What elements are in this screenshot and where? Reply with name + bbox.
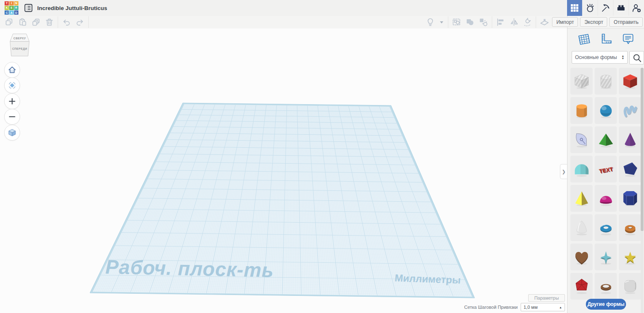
perspective-icon [8, 128, 17, 137]
roof-icon [596, 130, 616, 149]
home-view-button[interactable] [4, 62, 20, 78]
shape-box[interactable] [619, 68, 641, 95]
shape-dice[interactable] [619, 273, 641, 300]
tinkercad-logo[interactable]: TINKERCAD [5, 1, 18, 15]
shape-round-roof[interactable] [570, 156, 593, 182]
tab-notes[interactable] [620, 31, 636, 48]
toolbar-right-group [424, 16, 565, 28]
logo-tile: A [9, 10, 13, 15]
shape-category-select[interactable]: Основные формы ▲▼ [572, 51, 628, 64]
copy-icon [4, 17, 14, 27]
home-icon [8, 65, 17, 74]
mode-collaborate[interactable] [629, 0, 644, 16]
cylinder-icon [572, 101, 591, 120]
fit-view-icon [8, 81, 17, 90]
shape-torus[interactable] [595, 214, 617, 241]
toolbar-left-group [0, 16, 90, 28]
paste-button[interactable] [17, 17, 28, 28]
paste-icon [18, 17, 28, 27]
zoom-in-icon [8, 97, 17, 106]
group-button[interactable] [465, 17, 475, 28]
import-button[interactable]: Импорт [552, 17, 578, 27]
pen-icon [572, 130, 591, 149]
shape-scribble[interactable] [619, 97, 641, 124]
show-all-dropdown[interactable] [438, 17, 445, 28]
parameters-button[interactable]: Параметры [528, 294, 565, 302]
workplane-tool-button[interactable] [539, 17, 550, 28]
shape-hex-prism[interactable] [619, 185, 641, 212]
3d-viewport[interactable]: Рабоч. плоск-ть Миллиметры СВЕРХУ СПЕРЕД… [0, 28, 567, 313]
logo-tile: I [9, 1, 13, 5]
ungroup-button[interactable] [478, 17, 489, 28]
text-icon: TEXTTEXT [596, 159, 616, 179]
workplane[interactable] [0, 28, 567, 313]
sidebar-collapse-handle[interactable]: ❯ [560, 164, 567, 179]
mode-3d-design[interactable] [567, 0, 582, 16]
design-properties-button[interactable] [24, 3, 33, 13]
shape-heart[interactable] [570, 244, 593, 270]
undo-icon [61, 17, 72, 27]
shape-sphere[interactable] [595, 97, 617, 124]
select-marquee-button[interactable] [451, 17, 462, 28]
mode-sim-lab[interactable] [582, 0, 598, 16]
shape-cone[interactable] [619, 126, 641, 153]
export-button[interactable]: Экспорт [580, 17, 607, 27]
sidebar-scrollbar-thumb[interactable] [641, 68, 644, 231]
shape-ring[interactable] [595, 273, 617, 300]
redo-button[interactable] [74, 17, 85, 28]
shape-half-sphere[interactable] [595, 185, 617, 212]
shape-star-5[interactable] [619, 244, 641, 270]
tab-ruler[interactable] [598, 31, 614, 48]
snap-button[interactable] [522, 17, 533, 28]
chevron-right-icon: ❯ [562, 169, 565, 174]
more-shapes-button[interactable]: Другие формы [586, 299, 626, 310]
shape-roof[interactable] [595, 126, 617, 153]
shape-search-button[interactable] [629, 51, 644, 64]
mode-minecraft[interactable] [598, 0, 613, 16]
snap-grid-select[interactable]: 1,0 мм ▲ [521, 303, 565, 311]
shape-pen[interactable] [570, 126, 593, 153]
show-all-button[interactable] [425, 17, 436, 28]
shape-cylinder[interactable] [570, 97, 593, 124]
shape-tube[interactable] [619, 214, 641, 241]
align-button[interactable] [495, 17, 506, 28]
zoom-in-button[interactable] [4, 93, 20, 109]
copy-button[interactable] [4, 17, 15, 28]
toolbar-divider [448, 16, 448, 28]
snap-grid-label: Сетка Шаговой Привязки [464, 305, 518, 310]
snap-magnet-icon [522, 17, 532, 27]
caret-down-icon [439, 19, 445, 25]
undo-button[interactable] [61, 17, 72, 28]
cone-icon [621, 130, 640, 149]
half-sphere-icon [596, 189, 616, 208]
mode-bricks[interactable] [613, 0, 629, 16]
shape-pyramid[interactable] [570, 185, 593, 212]
perspective-button[interactable] [4, 125, 20, 141]
duplicate-button[interactable] [31, 17, 41, 28]
zoom-out-button[interactable] [4, 109, 20, 125]
fit-view-button[interactable] [4, 77, 20, 93]
hex-prism-icon [621, 189, 640, 208]
grid-3d-icon [570, 3, 580, 13]
tab-workplane[interactable] [576, 31, 592, 48]
shape-polygon[interactable] [619, 156, 641, 182]
shape-paraboloid[interactable] [570, 214, 593, 241]
shape-icosahedron[interactable] [570, 273, 593, 300]
shape-text[interactable]: TEXTTEXT [595, 156, 617, 182]
view-cube[interactable]: СВЕРХУ СПЕРЕДИ [9, 33, 31, 58]
send-button[interactable]: Отправить [609, 17, 643, 27]
ruler-tab-icon [599, 33, 613, 46]
sidebar-tabs [567, 29, 644, 49]
toolbar-divider [58, 16, 58, 28]
mirror-button[interactable] [509, 17, 519, 28]
delete-button[interactable] [44, 17, 55, 28]
header: TINKERCAD Incredible Juttuli-Bruticus [0, 0, 644, 16]
workplane-tab-icon [577, 33, 590, 46]
align-icon [496, 17, 506, 27]
shape-star-4[interactable] [595, 244, 617, 270]
delete-icon [44, 17, 54, 27]
shape-box-transparent[interactable] [570, 68, 593, 95]
toolbar-divider [88, 16, 89, 28]
box-transparent-icon [572, 72, 591, 91]
shape-cylinder-transparent[interactable] [595, 68, 617, 95]
